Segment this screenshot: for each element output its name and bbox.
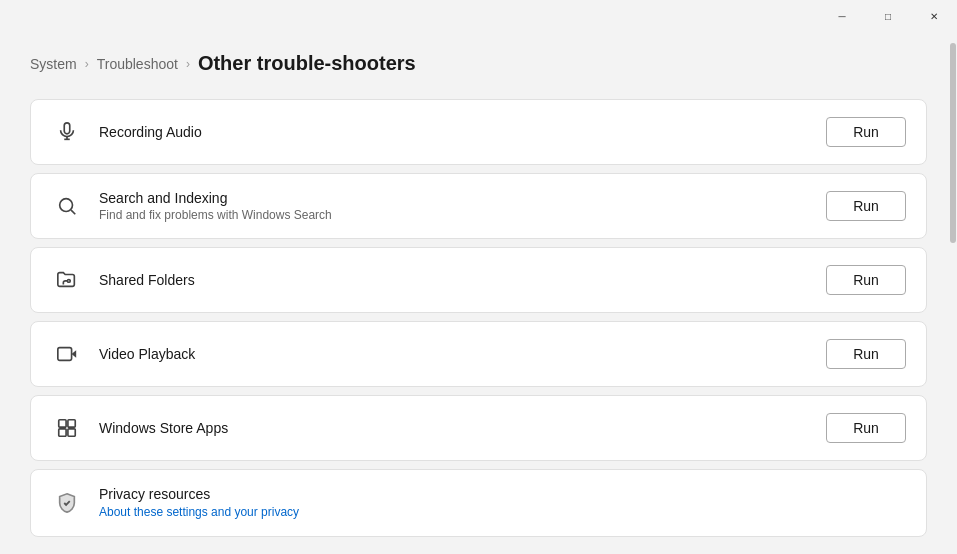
svg-rect-11 — [68, 429, 75, 436]
item-windows-store-apps: Windows Store Apps Run — [30, 395, 927, 461]
minimize-button[interactable]: ─ — [819, 0, 865, 32]
item-title-search-indexing: Search and Indexing — [99, 190, 810, 206]
video-icon — [51, 338, 83, 370]
breadcrumb-sep1: › — [85, 57, 89, 71]
item-video-playback: Video Playback Run — [30, 321, 927, 387]
item-text-recording-audio: Recording Audio — [99, 124, 810, 140]
item-text-shared-folders: Shared Folders — [99, 272, 810, 288]
breadcrumb: System › Troubleshoot › Other trouble-sh… — [30, 52, 927, 75]
search-icon — [51, 190, 83, 222]
item-title-shared-folders: Shared Folders — [99, 272, 810, 288]
svg-line-4 — [71, 210, 75, 214]
maximize-button[interactable]: □ — [865, 0, 911, 32]
svg-rect-6 — [58, 348, 72, 361]
run-button-shared-folders[interactable]: Run — [826, 265, 906, 295]
item-search-indexing: Search and Indexing Find and fix problem… — [30, 173, 927, 239]
privacy-link[interactable]: About these settings and your privacy — [99, 505, 299, 519]
item-text-video-playback: Video Playback — [99, 346, 810, 362]
breadcrumb-sep2: › — [186, 57, 190, 71]
titlebar: ─ □ ✕ — [819, 0, 957, 32]
breadcrumb-system[interactable]: System — [30, 56, 77, 72]
svg-rect-10 — [59, 429, 66, 436]
item-text-search-indexing: Search and Indexing Find and fix problem… — [99, 190, 810, 222]
svg-rect-8 — [59, 420, 66, 427]
item-subtitle-search-indexing: Find and fix problems with Windows Searc… — [99, 208, 810, 222]
items-container: Recording Audio Run Search and Indexing … — [30, 99, 927, 545]
svg-point-5 — [67, 280, 70, 283]
run-button-video-playback[interactable]: Run — [826, 339, 906, 369]
scrollbar-track[interactable] — [949, 32, 957, 554]
item-text-privacy: Privacy resources About these settings a… — [99, 486, 906, 520]
run-button-windows-store-apps[interactable]: Run — [826, 413, 906, 443]
item-shared-folders: Shared Folders Run — [30, 247, 927, 313]
item-privacy: Privacy resources About these settings a… — [30, 469, 927, 537]
mic-icon — [51, 116, 83, 148]
shield-icon — [51, 487, 83, 519]
run-button-recording-audio[interactable]: Run — [826, 117, 906, 147]
shared-folders-icon — [51, 264, 83, 296]
svg-rect-0 — [64, 123, 70, 134]
close-button[interactable]: ✕ — [911, 0, 957, 32]
item-title-windows-store-apps: Windows Store Apps — [99, 420, 810, 436]
run-button-search-indexing[interactable]: Run — [826, 191, 906, 221]
svg-rect-9 — [68, 420, 75, 427]
breadcrumb-current: Other trouble-shooters — [198, 52, 416, 75]
main-content: System › Troubleshoot › Other trouble-sh… — [0, 32, 957, 554]
privacy-title: Privacy resources — [99, 486, 906, 502]
scrollbar-thumb[interactable] — [950, 43, 956, 243]
item-title-video-playback: Video Playback — [99, 346, 810, 362]
breadcrumb-troubleshoot[interactable]: Troubleshoot — [97, 56, 178, 72]
item-title-recording-audio: Recording Audio — [99, 124, 810, 140]
item-recording-audio: Recording Audio Run — [30, 99, 927, 165]
svg-point-3 — [60, 199, 73, 212]
store-icon — [51, 412, 83, 444]
item-text-windows-store-apps: Windows Store Apps — [99, 420, 810, 436]
